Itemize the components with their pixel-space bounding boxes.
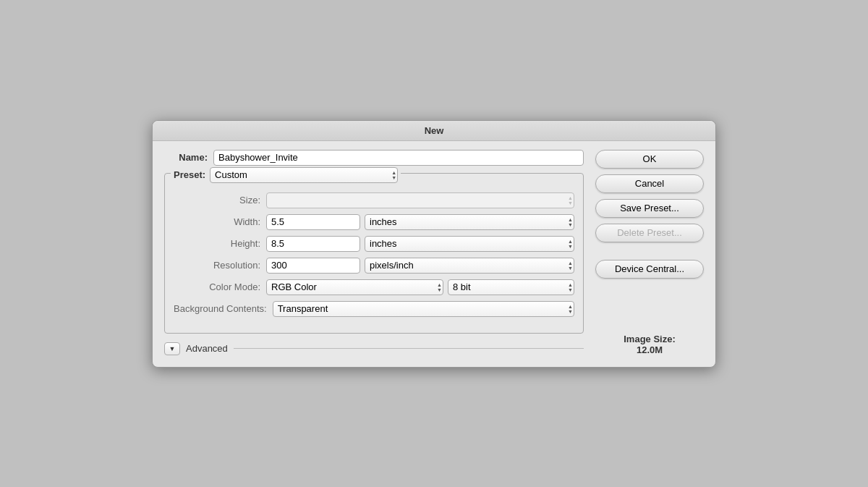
resolution-unit-select[interactable]: pixels/inch pixels/cm xyxy=(365,258,574,274)
color-mode-row: Color Mode: Bitmap Grayscale RGB Color C… xyxy=(174,279,574,295)
preset-section: Preset: Custom Default Photoshop Size Le… xyxy=(164,173,584,334)
color-mode-select-wrapper: Bitmap Grayscale RGB Color CMYK Color La… xyxy=(266,279,443,295)
device-central-button[interactable]: Device Central... xyxy=(595,260,704,279)
width-unit-select[interactable]: pixels inches cm mm points picas columns xyxy=(365,214,574,230)
dialog-title: New xyxy=(153,121,715,141)
width-input[interactable] xyxy=(266,214,360,230)
preset-select-wrapper: Custom Default Photoshop Size Letter Leg… xyxy=(210,167,398,183)
image-size-value: 12.0M xyxy=(595,344,704,355)
height-label: Height: xyxy=(174,238,260,249)
color-mode-select[interactable]: Bitmap Grayscale RGB Color CMYK Color La… xyxy=(266,279,443,295)
name-row: Name: xyxy=(164,150,584,166)
name-input[interactable] xyxy=(213,150,584,166)
background-label: Background Contents: xyxy=(174,303,267,314)
advanced-toggle-button[interactable]: ▼ xyxy=(164,342,180,355)
advanced-divider xyxy=(234,348,584,349)
height-unit-select[interactable]: pixels inches cm mm points picas xyxy=(365,236,574,252)
preset-legend-label: Preset: xyxy=(174,169,205,180)
height-row: Height: pixels inches cm mm points picas… xyxy=(174,236,574,252)
delete-preset-button[interactable]: Delete Preset... xyxy=(595,224,704,242)
preset-select[interactable]: Custom Default Photoshop Size Letter Leg… xyxy=(210,167,398,183)
resolution-input[interactable] xyxy=(266,258,360,274)
ok-button[interactable]: OK xyxy=(595,150,704,169)
image-size-section: Image Size: 12.0M xyxy=(595,322,704,355)
name-label: Name: xyxy=(164,152,208,163)
background-select[interactable]: White Background Color Transparent xyxy=(273,301,574,317)
new-document-dialog: New Name: Preset: Custom Default Photosh… xyxy=(152,120,716,368)
height-unit-wrapper: pixels inches cm mm points picas ▲▼ xyxy=(365,236,574,252)
size-row: Size: ▲▼ xyxy=(174,192,574,208)
cancel-button[interactable]: Cancel xyxy=(595,174,704,193)
size-select[interactable] xyxy=(266,192,574,208)
color-depth-select-wrapper: 8 bit 16 bit 32 bit ▲▼ xyxy=(448,279,574,295)
preset-legend: Preset: Custom Default Photoshop Size Le… xyxy=(171,167,401,183)
width-row: Width: pixels inches cm mm points picas … xyxy=(174,214,574,230)
advanced-toggle-icon: ▼ xyxy=(169,345,176,352)
size-select-wrapper: ▲▼ xyxy=(266,192,574,208)
left-panel: Name: Preset: Custom Default Photoshop S… xyxy=(164,150,584,355)
right-panel: OK Cancel Save Preset... Delete Preset..… xyxy=(595,150,704,355)
height-input[interactable] xyxy=(266,236,360,252)
title-text: New xyxy=(425,125,444,136)
resolution-unit-wrapper: pixels/inch pixels/cm ▲▼ xyxy=(365,258,574,274)
color-mode-label: Color Mode: xyxy=(174,281,260,292)
color-mode-group: Bitmap Grayscale RGB Color CMYK Color La… xyxy=(266,279,574,295)
width-unit-wrapper: pixels inches cm mm points picas columns… xyxy=(365,214,574,230)
width-label: Width: xyxy=(174,216,260,227)
advanced-label: Advanced xyxy=(186,343,228,354)
resolution-label: Resolution: xyxy=(174,260,260,271)
size-label: Size: xyxy=(174,195,260,206)
image-size-label: Image Size: xyxy=(595,334,704,344)
color-depth-select[interactable]: 8 bit 16 bit 32 bit xyxy=(448,279,574,295)
background-row: Background Contents: White Background Co… xyxy=(174,301,574,317)
advanced-row: ▼ Advanced xyxy=(164,342,584,355)
background-select-wrapper: White Background Color Transparent ▲▼ xyxy=(273,301,574,317)
save-preset-button[interactable]: Save Preset... xyxy=(595,199,704,218)
resolution-row: Resolution: pixels/inch pixels/cm ▲▼ xyxy=(174,258,574,274)
